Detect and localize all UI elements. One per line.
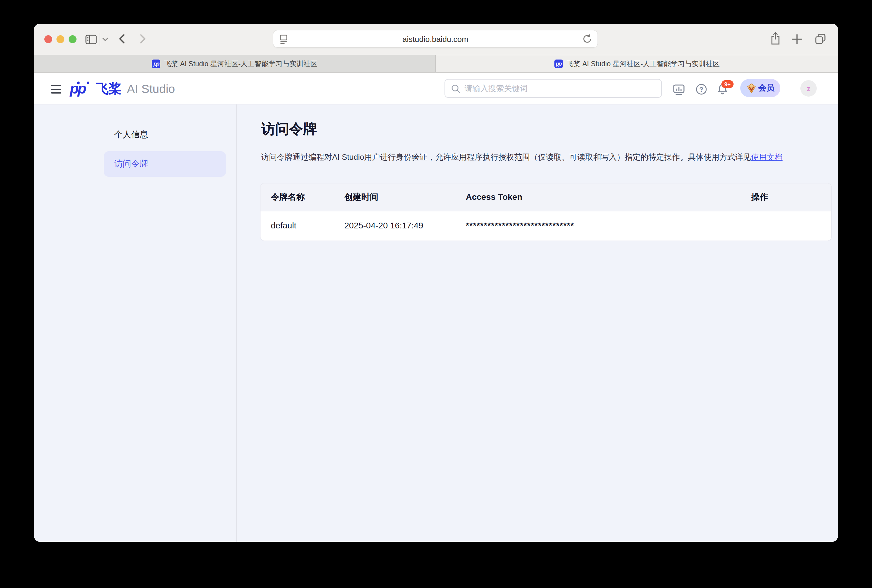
zoom-window-button[interactable] (69, 35, 76, 43)
table-row: default 2025-04-20 16:17:49 ************… (261, 212, 831, 240)
hamburger-icon (51, 85, 61, 87)
description-text: 访问令牌通过编程对AI Studio用户进行身份验证，允许应用程序执行授权范围（… (261, 153, 751, 162)
col-actions: 操作 (751, 192, 768, 203)
back-button[interactable] (117, 33, 129, 45)
tab-title: 飞桨 AI Studio 星河社区-人工智能学习与实训社区 (566, 59, 720, 68)
main-menu-button[interactable] (51, 85, 61, 93)
tab-inactive[interactable]: pp 飞桨 AI Studio 星河社区-人工智能学习与实训社区 (34, 55, 436, 72)
address-bar[interactable]: aistudio.baidu.com (273, 30, 598, 47)
safari-window: aistudio.baidu.com (34, 24, 838, 542)
minimize-window-button[interactable] (57, 35, 64, 43)
plus-icon (792, 34, 802, 44)
screenshot-canvas: aistudio.baidu.com (0, 0, 872, 588)
forward-button[interactable] (136, 33, 148, 45)
reload-button[interactable] (582, 33, 593, 44)
notification-badge: 9+ (721, 80, 734, 88)
member-gem-icon (746, 83, 756, 93)
paddle-favicon: pp (554, 60, 563, 68)
paddle-favicon: pp (152, 60, 160, 68)
search-icon (451, 84, 460, 93)
search-box[interactable] (445, 79, 662, 98)
tab-title: 飞桨 AI Studio 星河社区-人工智能学习与实训社区 (164, 59, 318, 68)
new-tab-button[interactable] (792, 34, 802, 44)
token-table: 令牌名称 创建时间 Access Token 操作 default 2025-0… (260, 183, 832, 241)
paddlepaddle-logo-icon: pp (69, 80, 95, 97)
sidebar-divider (236, 105, 237, 542)
created-at-cell: 2025-04-20 16:17:49 (344, 220, 423, 230)
share-icon (769, 32, 782, 45)
sidebar-item-label: 访问令牌 (114, 159, 148, 170)
site-logo[interactable]: pp 飞桨 AI Studio (69, 73, 175, 105)
close-window-button[interactable] (44, 35, 52, 43)
browser-toolbar: aistudio.baidu.com (34, 24, 838, 55)
sidebar-item-access-token[interactable]: 访问令牌 (104, 151, 226, 177)
col-access-token: Access Token (466, 192, 522, 202)
token-name-cell: default (271, 220, 296, 230)
sidebar-icon (85, 33, 97, 45)
tabs-overview-icon (814, 33, 827, 45)
tab-group-menu-button[interactable] (102, 37, 109, 42)
chevron-down-icon (102, 37, 109, 42)
monitor-chart-icon (673, 83, 685, 95)
user-avatar[interactable]: z (800, 80, 817, 97)
docs-link[interactable]: 使用文档 (751, 153, 783, 162)
logo-en-text: AI Studio (127, 82, 175, 96)
sidebar-section-personal-info[interactable]: 个人信息 (114, 129, 148, 140)
membership-button[interactable]: 会员 (740, 79, 780, 97)
page-description: 访问令牌通过编程对AI Studio用户进行身份验证，允许应用程序执行授权范围（… (261, 152, 783, 163)
member-label: 会员 (758, 82, 775, 93)
col-created-time: 创建时间 (344, 192, 378, 203)
site-header: pp 飞桨 AI Studio (34, 73, 838, 105)
table-header-row: 令牌名称 创建时间 Access Token 操作 (261, 183, 831, 212)
search-input[interactable] (464, 84, 655, 93)
help-icon: ? (695, 83, 707, 95)
toggle-sidebar-button[interactable] (85, 33, 97, 45)
toolbar-divider (100, 33, 100, 45)
console-button[interactable] (673, 83, 685, 95)
forward-chevron-icon (136, 33, 148, 45)
help-button[interactable]: ? (695, 83, 707, 95)
share-button[interactable] (769, 32, 782, 45)
masked-token-cell: ****************************** (466, 220, 574, 230)
window-controls (44, 35, 76, 43)
logo-cn-text: 飞桨 (96, 80, 122, 97)
reload-icon (582, 33, 593, 44)
page-content: 个人信息 访问令牌 访问令牌 访问令牌通过编程对AI Studio用户进行身份验… (34, 105, 838, 542)
url-text[interactable]: aistudio.baidu.com (273, 30, 598, 47)
tab-overview-button[interactable] (814, 33, 827, 45)
col-token-name: 令牌名称 (271, 192, 305, 203)
page-title: 访问令牌 (261, 120, 317, 138)
svg-text:?: ? (699, 86, 703, 93)
tab-bar: pp 飞桨 AI Studio 星河社区-人工智能学习与实训社区 pp 飞桨 A… (34, 55, 838, 73)
tab-active[interactable]: pp 飞桨 AI Studio 星河社区-人工智能学习与实训社区 (436, 55, 838, 72)
back-chevron-icon (117, 33, 129, 45)
